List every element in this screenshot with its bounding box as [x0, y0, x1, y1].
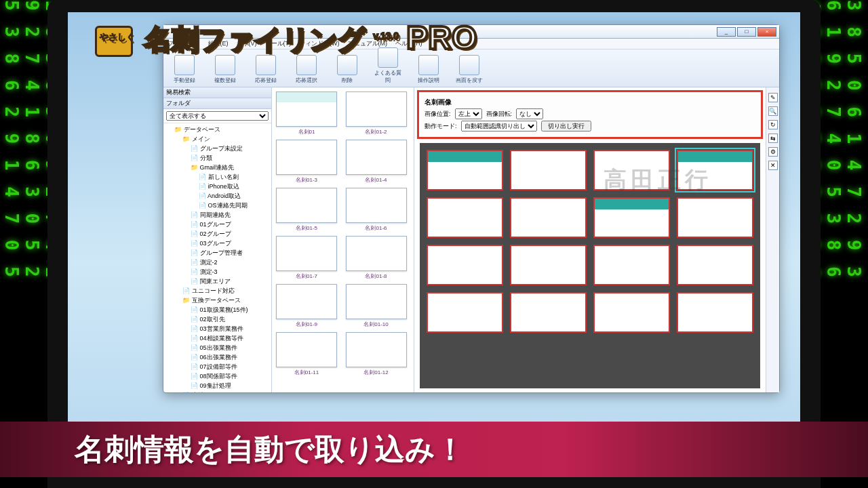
- scanned-card[interactable]: [510, 245, 587, 285]
- tree-node[interactable]: 02取引先: [191, 314, 270, 324]
- search-pane-header: 簡易検索: [163, 87, 271, 98]
- folder-pane-header: フォルダ: [163, 98, 271, 109]
- thumbnail[interactable]: 名刺01-2: [346, 92, 407, 136]
- side-tool-button[interactable]: 🔍: [768, 106, 778, 116]
- mode-label: 動作モード:: [425, 122, 457, 131]
- product-title: やさしく 名刺ファイリング v.13.0 PRO: [95, 19, 477, 58]
- tree-node[interactable]: 03グループ: [191, 239, 270, 248]
- ribbon-button[interactable]: 画面を戻す: [454, 55, 485, 84]
- scanned-card[interactable]: [593, 292, 670, 333]
- orient-label: 画像回転:: [486, 110, 513, 119]
- folder-tree[interactable]: データベースメイングループ未設定分類Gmail連絡先新しい名刺iPhone取込A…: [163, 123, 271, 392]
- scanned-card[interactable]: [677, 150, 753, 190]
- tree-node[interactable]: メイングループ未設定分類Gmail連絡先新しい名刺iPhone取込Android…: [182, 134, 270, 286]
- tree-node[interactable]: 測定-3: [191, 267, 270, 277]
- product-version: v.13.0: [373, 30, 399, 41]
- side-tool-button[interactable]: ⚙: [768, 147, 778, 157]
- tree-node[interactable]: 07設備部等件: [191, 362, 270, 371]
- image-pos-select[interactable]: 左上: [455, 108, 482, 119]
- tree-node[interactable]: 分類: [191, 153, 270, 163]
- laptop-frame: やさしく 名刺ファイリング v.13.0 PRO _ □ × ファイル(F)編集…: [47, 0, 821, 488]
- maximize-button[interactable]: □: [737, 27, 756, 37]
- scanned-card[interactable]: [593, 245, 670, 285]
- ribbon-button[interactable]: 削除: [332, 55, 363, 84]
- mode-select[interactable]: 自動範囲認識切り出し: [461, 121, 537, 131]
- thumbnail[interactable]: 名刺01-9: [276, 284, 337, 328]
- thumbnail[interactable]: 名刺01-10: [346, 284, 407, 328]
- tree-node[interactable]: グループ未設定: [191, 144, 270, 153]
- side-tool-button[interactable]: ✎: [768, 93, 778, 102]
- tree-node[interactable]: OS連絡先同期: [199, 201, 270, 210]
- tree-node[interactable]: グループ管理者: [191, 248, 270, 258]
- scanned-card[interactable]: [677, 197, 753, 238]
- app-window: _ □ × ファイル(F)編集(E)表示(V)ツール(T)ウィンドウ(W)マニュ…: [163, 24, 780, 393]
- tree-node[interactable]: 02グループ: [191, 229, 270, 239]
- orient-select[interactable]: なし: [516, 108, 543, 119]
- scanned-card[interactable]: [677, 245, 753, 285]
- minimize-button[interactable]: _: [717, 27, 736, 37]
- scanned-card[interactable]: [593, 197, 670, 238]
- scanned-card[interactable]: [510, 150, 587, 190]
- thumbnail[interactable]: 名刺01-6: [346, 188, 407, 232]
- detail-title: 名刺画像: [425, 98, 452, 107]
- tree-node[interactable]: 06出張業務件: [191, 352, 270, 362]
- right-toolbar: ✎🔍↻⇆⚙✕: [766, 87, 779, 392]
- crop-button[interactable]: 切り出し実行: [541, 121, 591, 131]
- tree-node[interactable]: 05出張業務件: [191, 343, 270, 352]
- product-name: 名刺ファイリング: [144, 24, 366, 54]
- ribbon-button[interactable]: 応募登録: [250, 55, 281, 84]
- tree-node[interactable]: 01取扱業務(15件): [191, 305, 270, 314]
- product-badge: やさしく: [95, 26, 133, 57]
- scanned-card[interactable]: [510, 197, 587, 238]
- tree-node[interactable]: データベースメイングループ未設定分類Gmail連絡先新しい名刺iPhone取込A…: [174, 125, 270, 392]
- thumbnail[interactable]: 名刺01-5: [276, 188, 337, 232]
- tree-node[interactable]: 01グループ: [191, 220, 270, 229]
- ribbon-button[interactable]: 応募選択: [291, 55, 322, 84]
- thumbnail[interactable]: 名刺01-3: [276, 140, 337, 184]
- product-edition: PRO: [406, 20, 477, 56]
- side-tool-button[interactable]: ⇆: [768, 134, 778, 143]
- tree-node[interactable]: 03営業所業務件: [191, 324, 270, 333]
- side-tool-button[interactable]: ✕: [768, 161, 778, 170]
- tree-node[interactable]: Gmail連絡先新しい名刺iPhone取込Android取込OS連絡先同期: [191, 163, 270, 210]
- ribbon-button[interactable]: 手動登録: [169, 55, 200, 84]
- tree-node[interactable]: ユニコード対応: [182, 286, 270, 296]
- detail-header-highlight: 名刺画像 画像位置: 左上 画像回転: なし 動作モード: 自動範囲認識切り出し…: [417, 90, 763, 139]
- tree-node[interactable]: 04相談業務等件: [191, 333, 270, 343]
- tree-node[interactable]: Android取込: [199, 191, 270, 201]
- thumbnail-grid: 名刺01名刺01-2名刺01-3名刺01-4名刺01-5名刺01-6名刺01-7…: [272, 87, 414, 392]
- scanned-card[interactable]: [510, 292, 587, 333]
- tree-node[interactable]: 測定-2: [191, 258, 270, 267]
- ribbon-button[interactable]: 操作説明: [413, 55, 444, 84]
- side-tool-button[interactable]: ↻: [768, 120, 778, 129]
- scan-grid: [420, 143, 760, 388]
- caption-banner: 名刺情報を自動で取り込み！: [0, 422, 868, 477]
- tree-node[interactable]: iPhone取込: [199, 182, 270, 191]
- ribbon-button[interactable]: 複数登録: [210, 55, 241, 84]
- thumbnail[interactable]: 名刺01-8: [346, 236, 407, 280]
- tree-node[interactable]: 支社口: [182, 390, 270, 392]
- tree-node[interactable]: 同期連絡先: [191, 210, 270, 220]
- tree-node[interactable]: 関東エリア: [191, 277, 270, 286]
- scanned-card[interactable]: [427, 245, 503, 285]
- tree-node[interactable]: 08関係部等件: [191, 371, 270, 381]
- scanned-card[interactable]: [677, 292, 753, 333]
- caption-text: 名刺情報を自動で取り込み！: [75, 430, 465, 470]
- thumbnail[interactable]: 名刺01-4: [346, 140, 407, 184]
- tree-node[interactable]: 互換データベース01取扱業務(15件)02取引先03営業所業務件04相談業務等件…: [182, 296, 270, 390]
- thumbnail[interactable]: 名刺01-12: [346, 332, 407, 376]
- close-button[interactable]: ×: [757, 27, 776, 37]
- scanned-card[interactable]: [427, 292, 503, 333]
- thumbnail[interactable]: 名刺01-7: [276, 236, 337, 280]
- filter-row: 全て表示する: [163, 109, 271, 123]
- scanned-card[interactable]: [427, 150, 503, 190]
- tree-node[interactable]: 新しい名刺: [199, 172, 270, 182]
- tree-node[interactable]: 09集計処理: [191, 381, 270, 390]
- image-pos-label: 画像位置:: [425, 110, 451, 119]
- thumbnail[interactable]: 名刺01: [276, 92, 337, 136]
- left-pane: 簡易検索 フォルダ 全て表示する データベースメイングループ未設定分類Gmail…: [163, 87, 272, 392]
- scanned-card[interactable]: [593, 150, 670, 190]
- thumbnail[interactable]: 名刺01-11: [276, 332, 337, 376]
- scanned-card[interactable]: [427, 197, 503, 238]
- filter-select[interactable]: 全て表示する: [166, 111, 269, 121]
